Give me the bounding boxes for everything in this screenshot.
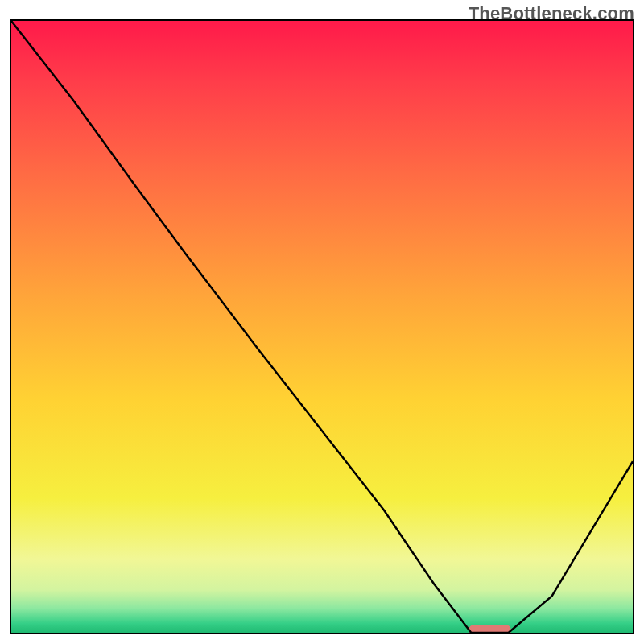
plot-area — [10, 19, 634, 634]
bottleneck-curve — [11, 21, 633, 633]
watermark-text: TheBottleneck.com — [469, 3, 634, 24]
curve-path — [11, 21, 633, 633]
chart-container: TheBottleneck.com — [0, 0, 644, 644]
